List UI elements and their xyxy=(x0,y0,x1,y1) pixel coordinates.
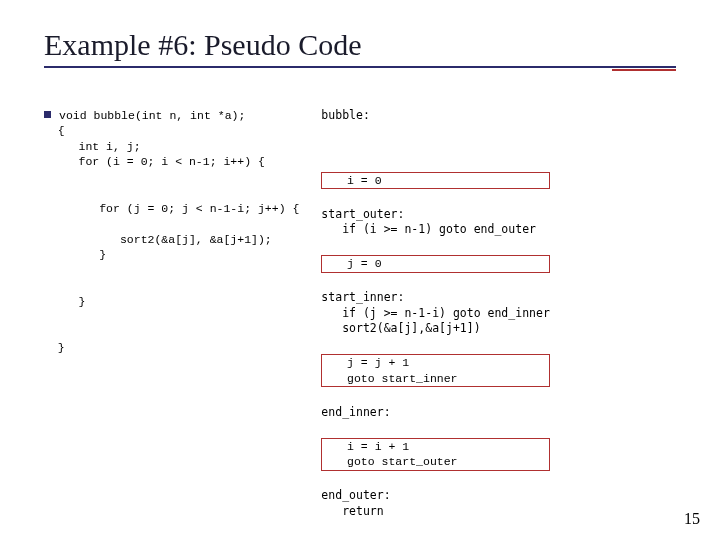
code-line: void bubble(int n, int *a); xyxy=(59,109,245,122)
code-line: i = i + 1 xyxy=(326,440,409,453)
bullet-icon xyxy=(44,111,51,118)
page-number: 15 xyxy=(684,510,700,528)
code-line: bubble: xyxy=(321,108,549,124)
code-line: if (i >= n-1) goto end_outer xyxy=(321,222,536,236)
code-line: goto start_inner xyxy=(326,372,457,385)
code-line: end_outer: xyxy=(321,488,390,502)
code-line: } xyxy=(58,248,106,261)
code-columns: void bubble(int n, int *a); { int i, j; … xyxy=(44,92,676,540)
code-line: start_inner: xyxy=(321,290,404,304)
highlight-box: j = 0 xyxy=(321,255,549,273)
code-line: int i, j; xyxy=(58,140,141,153)
highlight-box: i = i + 1 goto start_outer xyxy=(321,438,549,471)
code-line: for (i = 0; i < n-1; i++) { xyxy=(58,155,265,168)
highlight-box: i = 0 xyxy=(321,172,549,190)
code-line: i = 0 xyxy=(326,174,381,187)
title-underline xyxy=(44,66,676,70)
code-line: sort2(&a[j],&a[j+1]) xyxy=(321,321,480,335)
code-line: sort2(&a[j], &a[j+1]); xyxy=(58,233,272,246)
code-line: end_inner: xyxy=(321,405,390,419)
pseudo-code: bubble: i = 0 start_outer: if (i >= n-1)… xyxy=(321,92,549,540)
c-source-code: void bubble(int n, int *a); { int i, j; … xyxy=(44,92,299,356)
code-line: { xyxy=(58,124,65,137)
code-line: if (j >= n-1-i) goto end_inner xyxy=(321,306,549,320)
highlight-box: j = j + 1 goto start_inner xyxy=(321,354,549,387)
code-line: goto start_outer xyxy=(326,455,457,468)
code-line: j = 0 xyxy=(326,257,381,270)
code-line: return xyxy=(321,504,383,518)
code-line: j = j + 1 xyxy=(326,356,409,369)
slide-title: Example #6: Pseudo Code xyxy=(44,28,676,62)
code-line: } xyxy=(58,295,86,308)
code-line: for (j = 0; j < n-1-i; j++) { xyxy=(58,202,300,215)
code-line: } xyxy=(58,341,65,354)
code-line: start_outer: xyxy=(321,207,404,221)
